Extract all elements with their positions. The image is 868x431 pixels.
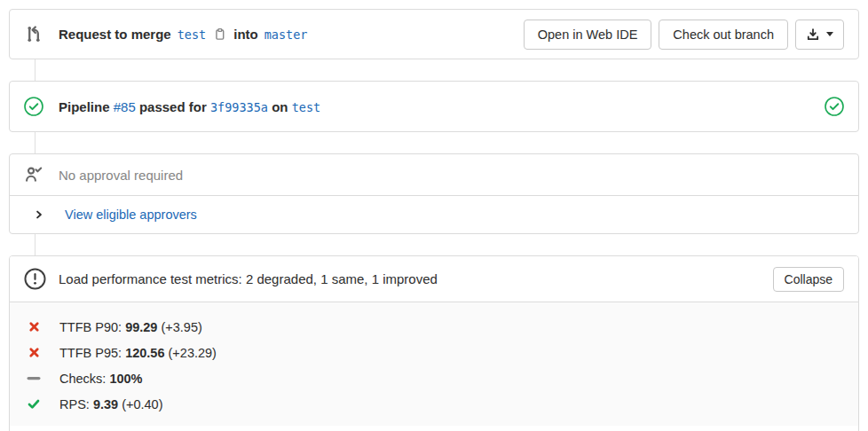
metric-label: RPS: <box>59 397 93 411</box>
download-icon <box>806 27 820 42</box>
mr-actions: Open in Web IDE Check out branch <box>524 20 844 50</box>
metrics-list: TTFB P90: 99.29 (+3.95) TTFB P95: 120.56… <box>10 302 858 426</box>
request-to-merge-label: Request to merge <box>59 27 171 42</box>
pipeline-box: Pipeline #85 passed for 3f99335a on test <box>9 81 859 132</box>
approval-status-row: No approval required <box>10 154 858 195</box>
pipeline-message: Pipeline #85 passed for 3f99335a on test <box>59 99 320 114</box>
degraded-icon <box>27 321 41 333</box>
checkout-branch-button[interactable]: Check out branch <box>659 20 788 50</box>
approval-message: No approval required <box>59 168 183 183</box>
passed-for-label: passed for <box>139 99 207 114</box>
exclamation-circle-icon <box>24 268 46 290</box>
metric-delta: (+3.95) <box>157 320 201 334</box>
report-footer <box>10 426 858 431</box>
same-icon <box>27 372 41 384</box>
metric-delta: (+23.29) <box>165 346 217 360</box>
open-web-ide-button[interactable]: Open in Web IDE <box>524 20 652 50</box>
chevron-right-icon <box>34 209 44 220</box>
metric-row: TTFB P90: 99.29 (+3.95) <box>10 314 858 340</box>
metric-label: TTFB P90: <box>59 320 125 334</box>
chevron-down-icon <box>826 32 833 36</box>
approvals-box: No approval required View eligible appro… <box>9 153 859 234</box>
view-eligible-approvers-row[interactable]: View eligible approvers <box>10 195 858 233</box>
metric-row: TTFB P95: 120.56 (+23.29) <box>10 340 858 365</box>
mr-title: Request to mergetestintomaster <box>59 27 314 42</box>
mr-header-box: Request to mergetestintomaster Open in W… <box>9 9 859 59</box>
on-label: on <box>272 99 288 114</box>
degraded-icon <box>27 347 41 358</box>
copy-branch-name-icon[interactable] <box>213 27 226 41</box>
metric-label: TTFB P95: <box>59 346 125 360</box>
metric-label: Checks: <box>59 372 109 386</box>
metric-value: 120.56 <box>125 346 164 360</box>
merge-request-icon <box>24 24 44 44</box>
user-check-icon <box>24 166 43 184</box>
merge-request-widget: Request to mergetestintomaster Open in W… <box>0 0 868 431</box>
load-performance-header: Load performance test metrics: 2 degrade… <box>10 256 858 302</box>
collapse-button[interactable]: Collapse <box>773 267 844 292</box>
mini-pipeline-stage-icon[interactable] <box>825 97 844 116</box>
into-label: into <box>233 27 258 42</box>
pipeline-id-link[interactable]: #85 <box>114 99 136 114</box>
ref-name-link[interactable]: test <box>292 100 321 114</box>
download-dropdown-button[interactable] <box>795 20 844 50</box>
source-branch-link[interactable]: test <box>178 27 207 42</box>
metric-delta: (+0.40) <box>118 397 162 411</box>
pipeline-word: Pipeline <box>59 99 110 114</box>
timeline-connector <box>35 59 36 81</box>
metric-value: 99.29 <box>125 320 157 334</box>
metric-row: RPS: 9.39 (+0.40) <box>10 391 858 417</box>
timeline-connector <box>35 132 36 153</box>
pipeline-status-success-icon <box>24 97 43 116</box>
commit-sha-link[interactable]: 3f99335a <box>210 100 268 114</box>
view-eligible-approvers-link[interactable]: View eligible approvers <box>65 208 197 222</box>
timeline-connector <box>35 234 36 255</box>
load-performance-box: Load performance test metrics: 2 degrade… <box>9 255 859 431</box>
metric-value: 100% <box>109 372 142 386</box>
target-branch-link[interactable]: master <box>264 27 308 42</box>
metric-value: 9.39 <box>93 397 118 411</box>
improved-icon <box>27 398 41 410</box>
load-performance-summary: Load performance test metrics: 2 degrade… <box>59 271 438 286</box>
metric-row: Checks: 100% <box>10 365 858 391</box>
